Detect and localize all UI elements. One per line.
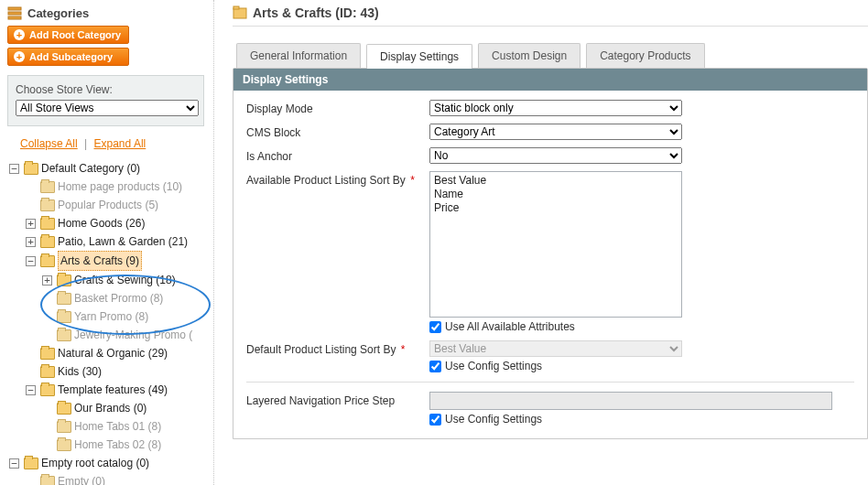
folder-icon [40, 476, 55, 486]
tree-node-crafts-sewing[interactable]: +Crafts & Sewing (18) [42, 271, 204, 289]
is-anchor-select[interactable]: No [429, 147, 682, 164]
tree-node-yarn-promo[interactable]: Yarn Promo (8) [42, 307, 204, 326]
cms-block-select[interactable]: Category Art [429, 124, 682, 140]
use-config-label: Use Config Settings [445, 360, 542, 372]
folder-icon [40, 348, 55, 360]
sort-option[interactable]: Name [434, 188, 681, 201]
store-view-select[interactable]: All Store Views [16, 100, 199, 116]
plus-icon: + [14, 29, 25, 40]
display-mode-select[interactable]: Static block only [429, 100, 682, 116]
tab-category-products[interactable]: Category Products [586, 43, 704, 68]
avail-sort-multiselect[interactable]: Best Value Name Price [429, 171, 682, 318]
expand-icon[interactable]: + [26, 237, 36, 247]
expand-icon[interactable]: + [26, 219, 36, 229]
svg-rect-3 [233, 8, 246, 18]
expand-icon[interactable]: + [42, 275, 52, 286]
use-all-attributes-checkbox[interactable] [429, 321, 441, 333]
svg-rect-1 [8, 12, 21, 15]
tree-node-template-features[interactable]: −Template features (49) [26, 381, 204, 399]
tree-node-home-page-products[interactable]: Home page products (10) [26, 178, 204, 196]
folder-icon [40, 366, 55, 378]
tab-bar: General Information Display Settings Cus… [233, 43, 868, 68]
divider [246, 382, 854, 383]
tree-node-our-brands[interactable]: Our Brands (0) [42, 399, 204, 417]
tree-node-arts-crafts[interactable]: − Arts & Crafts (9) [26, 251, 204, 271]
svg-rect-0 [8, 7, 21, 10]
folder-icon [57, 421, 71, 433]
layered-nav-label: Layered Navigation Price Step [246, 392, 429, 407]
sort-option[interactable]: Price [434, 201, 681, 215]
folder-icon [40, 181, 55, 193]
use-config-checkbox-2[interactable] [429, 414, 441, 426]
folder-icon [24, 458, 38, 469]
svg-rect-2 [8, 16, 21, 19]
collapse-icon[interactable]: − [26, 385, 36, 395]
folder-icon [40, 218, 55, 230]
tree-node-empty-root[interactable]: −Empty root catalog (0) [9, 454, 204, 472]
tab-display-settings[interactable]: Display Settings [366, 44, 472, 69]
use-all-attributes-label: Use All Available Attributes [445, 320, 575, 333]
tree-node-natural-organic[interactable]: Natural & Organic (29) [26, 344, 204, 362]
folder-icon [57, 439, 71, 451]
folder-icon [24, 163, 38, 175]
category-tree: − Default Category (0) Home page product… [9, 159, 204, 485]
folder-icon [40, 199, 55, 211]
collapse-icon[interactable]: − [26, 256, 36, 266]
plus-icon: + [14, 51, 25, 62]
is-anchor-label: Is Anchor [246, 147, 429, 163]
folder-icon [40, 384, 55, 396]
folder-icon [57, 403, 71, 415]
add-root-category-button[interactable]: +Add Root Category [7, 26, 129, 44]
folder-icon [40, 255, 55, 267]
categories-heading: Categories [27, 6, 89, 20]
use-config-label-2: Use Config Settings [445, 413, 542, 426]
tree-node-patio[interactable]: +Patio, Lawn & Garden (21) [26, 232, 204, 251]
sort-option[interactable]: Best Value [434, 174, 681, 188]
collapse-icon[interactable]: − [9, 164, 19, 174]
tree-node-kids[interactable]: Kids (30) [26, 362, 204, 381]
folder-icon [40, 236, 55, 248]
folder-icon [57, 311, 71, 323]
store-view-label: Choose Store View: [16, 83, 196, 96]
tab-custom-design[interactable]: Custom Design [478, 43, 580, 68]
cms-block-label: CMS Block [246, 124, 429, 139]
layered-nav-input [429, 392, 832, 410]
display-mode-label: Display Mode [246, 100, 429, 115]
folder-icon [57, 293, 71, 305]
panel-heading: Display Settings [233, 69, 867, 91]
required-mark: * [397, 343, 405, 356]
tab-general-information[interactable]: General Information [236, 43, 361, 68]
collapse-all-link[interactable]: Collapse All [20, 137, 78, 150]
categories-icon [7, 5, 22, 20]
tree-node-home-tabs-01[interactable]: Home Tabs 01 (8) [42, 417, 204, 436]
default-sort-select: Best Value [429, 340, 682, 357]
tree-node-popular-products[interactable]: Popular Products (5) [26, 196, 204, 214]
collapse-icon[interactable]: − [9, 458, 19, 469]
divider [233, 26, 868, 27]
separator: | [84, 137, 87, 150]
folder-icon [57, 275, 71, 286]
default-sort-label: Default Product Listing Sort By [246, 343, 396, 356]
tree-node-home-goods[interactable]: +Home Goods (26) [26, 214, 204, 232]
folder-icon [57, 329, 71, 341]
add-subcategory-button[interactable]: +Add Subcategory [7, 48, 129, 66]
tree-node-empty[interactable]: Empty (0) [26, 472, 204, 485]
page-title: Arts & Crafts (ID: 43) [253, 5, 379, 20]
tree-node-basket-promo[interactable]: Basket Prormo (8) [42, 289, 204, 307]
tree-node-jewelry-promo[interactable]: Jewelry-Making Promo ( [42, 326, 204, 344]
tree-node-default-category[interactable]: − Default Category (0) [9, 159, 204, 178]
category-icon [233, 5, 247, 20]
expand-all-link[interactable]: Expand All [94, 137, 146, 150]
tree-node-home-tabs-02[interactable]: Home Tabs 02 (8) [42, 436, 204, 454]
avail-sort-label: Available Product Listing Sort By [246, 174, 406, 187]
required-mark: * [407, 174, 415, 187]
svg-rect-4 [233, 6, 239, 9]
use-config-checkbox[interactable] [429, 361, 441, 372]
